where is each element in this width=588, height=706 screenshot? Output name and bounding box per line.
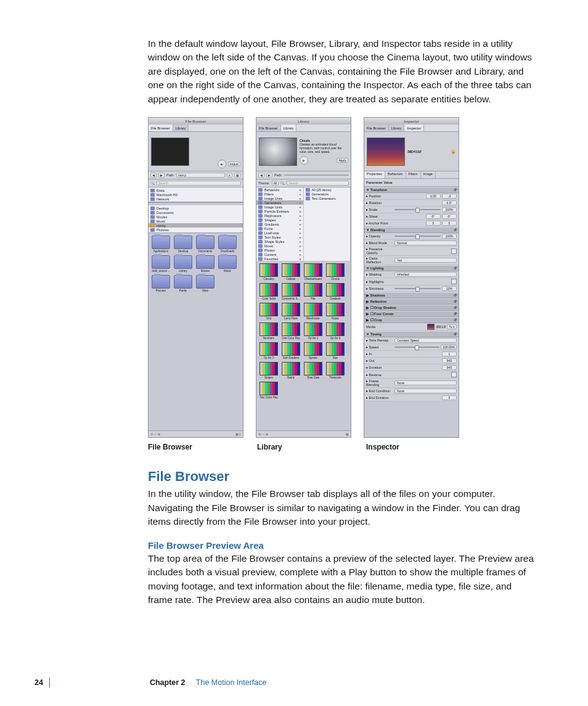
reset-icon[interactable]: ↺ — [454, 318, 457, 322]
sidebar-item[interactable]: iData — [149, 188, 243, 192]
param-value[interactable]: 0 — [442, 395, 457, 400]
category-item[interactable]: Image Units▸ — [256, 196, 303, 200]
generator-thumb[interactable]: Lens Flare — [281, 303, 301, 320]
sidebar-item[interactable]: Documents — [149, 210, 243, 215]
param-checkbox[interactable] — [451, 279, 457, 284]
param-dropdown[interactable]: None — [394, 388, 457, 393]
param-group-header[interactable]: ▶ Shadows↺ — [364, 292, 459, 298]
folder-item[interactable]: Movies — [195, 255, 215, 273]
search-input[interactable]: Search — [157, 181, 241, 186]
path-dropdown[interactable] — [284, 174, 349, 176]
param-dropdown[interactable]: Constant Speed — [394, 338, 457, 343]
param-slider[interactable] — [394, 236, 441, 237]
category-item[interactable]: Gradients▸ — [256, 222, 303, 226]
category-item[interactable]: Replicators▸ — [256, 213, 303, 218]
param-slider[interactable] — [394, 347, 439, 348]
generator-thumb[interactable]: Cellular — [281, 263, 301, 281]
param-value[interactable]: 0° — [442, 214, 457, 219]
param-value[interactable]: 0 — [426, 221, 441, 226]
generator-thumb[interactable]: Two Color Ray — [259, 382, 279, 399]
folder-item[interactable]: Sites — [195, 275, 215, 292]
import-button[interactable]: Import — [228, 162, 240, 166]
param-group-header[interactable]: ▼ Timing↺ — [364, 331, 459, 337]
path-dropdown[interactable]: nancy — [176, 173, 225, 178]
play-icon[interactable]: ▶ — [300, 156, 308, 165]
folder-item[interactable]: Downloads — [218, 236, 237, 253]
generator-thumb[interactable]: Gradient — [325, 283, 345, 300]
lock-icon[interactable]: 🔒 — [451, 149, 456, 154]
subtab-filters[interactable]: Filters — [406, 171, 421, 178]
param-checkbox[interactable] — [451, 372, 457, 377]
param-value[interactable]: 100.00% — [441, 345, 457, 350]
category-item[interactable]: Text Styles▸ — [256, 235, 303, 239]
tab-inspector[interactable]: Inspector — [404, 125, 424, 131]
param-group-header[interactable]: ▼ Lighting↺ — [364, 265, 459, 271]
param-slider[interactable] — [394, 288, 441, 289]
subcategory-item[interactable]: All (25 items) — [304, 187, 351, 192]
tab-file-browser[interactable]: File Browser — [149, 125, 173, 131]
theme-dropdown[interactable]: All — [272, 181, 279, 186]
param-dropdown[interactable]: Inherited — [394, 272, 457, 277]
generator-thumb[interactable]: File — [303, 283, 323, 300]
subtab-behaviors[interactable]: Behaviors — [385, 171, 406, 178]
param-group-header[interactable]: ▶ ☐ Drop Shadow↺ — [364, 305, 459, 311]
nav-back-icon[interactable]: ◀ — [258, 173, 264, 178]
param-group-header[interactable]: ▶ ☐ Crop↺ — [364, 317, 459, 323]
param-group-header[interactable]: ▼ Transform↺ — [364, 187, 459, 193]
generator-thumb[interactable]: Op Art 3 — [259, 342, 279, 359]
category-item[interactable]: Favorites▸ — [256, 257, 303, 261]
category-item[interactable]: Particle Emitters▸ — [256, 209, 303, 213]
generator-thumb[interactable]: Membrane — [303, 303, 323, 320]
folder-item[interactable]: draft_docum… — [151, 255, 171, 273]
reset-icon[interactable]: ↺ — [454, 332, 457, 336]
generator-thumb[interactable]: Time Date — [303, 362, 323, 379]
param-value[interactable]: 945 — [442, 365, 457, 370]
reset-icon[interactable]: ↺ — [454, 306, 457, 310]
param-value[interactable]: 100% — [442, 234, 457, 239]
category-item[interactable]: LiveFonts▸ — [256, 231, 303, 235]
generator-thumb[interactable]: Star — [325, 342, 345, 359]
generator-thumb[interactable]: Timecode — [325, 362, 345, 379]
nav-fwd-icon[interactable]: ▶ — [158, 173, 165, 178]
generator-thumb[interactable]: Swirly — [281, 362, 301, 379]
param-group-header[interactable]: ▶ ☐ Four Corner↺ — [364, 311, 459, 317]
sidebar-item[interactable]: Network — [149, 197, 243, 201]
sidebar-item[interactable]: Movies — [149, 215, 243, 219]
generator-thumb[interactable]: Stripes — [259, 362, 279, 379]
tab-library[interactable]: Library — [281, 125, 297, 131]
tab-file-browser[interactable]: File Browser — [256, 125, 281, 131]
reset-icon[interactable]: ↺ — [454, 266, 457, 270]
play-icon[interactable]: ▶ — [218, 160, 226, 168]
generator-thumb[interactable]: Soft Gradient — [281, 342, 301, 359]
category-item[interactable]: Music▸ — [256, 244, 303, 248]
reset-icon[interactable]: ↺ — [454, 188, 457, 192]
sidebar-item[interactable]: Macintosh HD — [149, 192, 243, 197]
category-item[interactable]: Image Units▸ — [256, 205, 303, 209]
generator-thumb[interactable]: Clouds — [325, 263, 345, 281]
apply-button[interactable]: Apply — [337, 158, 348, 163]
param-value[interactable]: 0 — [442, 221, 457, 226]
folder-item[interactable]: Pictures — [151, 275, 171, 292]
search-input[interactable]: Search — [287, 181, 349, 186]
generator-thumb[interactable]: Numbers — [259, 322, 279, 340]
nav-back-icon[interactable]: ◀ — [150, 173, 157, 178]
sidebar-item[interactable]: Desktop — [149, 206, 243, 210]
category-item[interactable]: Generators▸ — [256, 200, 303, 205]
category-item[interactable]: Shape Styles▸ — [256, 239, 303, 244]
generator-thumb[interactable]: Color Solid — [259, 283, 279, 300]
folder-item[interactable]: Documents — [195, 236, 215, 253]
subtab-properties[interactable]: Properties — [364, 171, 385, 178]
param-value[interactable]: 100% — [442, 207, 457, 212]
reset-icon[interactable]: ↺ — [454, 312, 457, 316]
param-dropdown[interactable]: Yes — [394, 258, 457, 263]
param-value[interactable]: 0.0° — [442, 200, 457, 205]
sidebar-item[interactable]: Pictures — [149, 228, 243, 232]
tab-file-browser[interactable]: File Browser — [364, 125, 389, 131]
param-value[interactable]: 10% — [442, 286, 457, 291]
tab-library[interactable]: Library — [173, 125, 189, 131]
view-icon-icon[interactable]: ▦ — [234, 173, 241, 178]
generator-thumb[interactable]: Caustics — [259, 263, 279, 281]
param-dropdown[interactable]: None — [394, 380, 457, 385]
subtab-image[interactable]: Image — [421, 171, 436, 178]
folder-item[interactable]: Desktop — [173, 236, 193, 253]
